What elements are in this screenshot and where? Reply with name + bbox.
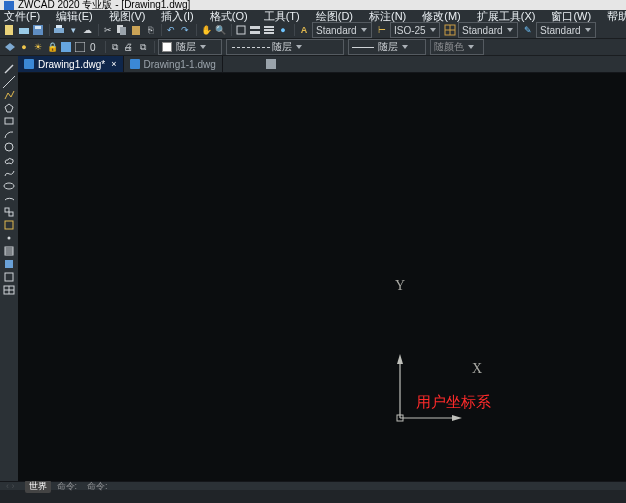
menu-edit[interactable]: 编辑(E) — [56, 10, 93, 22]
lock-icon[interactable]: 🔒 — [46, 41, 58, 53]
mleaderstyle-icon[interactable]: ✎ — [522, 24, 534, 36]
table-icon[interactable] — [2, 283, 16, 296]
plotstyle-combo[interactable]: 随颜色 — [430, 39, 484, 55]
svg-rect-13 — [264, 29, 274, 31]
layercolor-icon[interactable] — [60, 41, 72, 53]
drawing-canvas[interactable]: Y X 用户坐标系 — [18, 73, 626, 481]
open-icon[interactable] — [18, 24, 30, 36]
hatch-icon[interactable] — [2, 244, 16, 257]
close-icon[interactable]: × — [111, 59, 116, 69]
layermore2-icon[interactable]: ⧉ — [137, 41, 149, 53]
redo-icon[interactable]: ↷ — [179, 24, 191, 36]
menu-view[interactable]: 视图(V) — [109, 10, 146, 22]
mleaderstyle-combo[interactable]: Standard — [536, 22, 596, 38]
layerprops-icon[interactable] — [249, 24, 261, 36]
layeriso-icon[interactable] — [235, 24, 247, 36]
zoom-icon[interactable]: 🔍 — [214, 24, 226, 36]
svg-marker-43 — [452, 415, 462, 421]
plotpreview-icon[interactable]: ▾ — [67, 24, 79, 36]
matchprop-icon[interactable]: ⎘ — [144, 24, 156, 36]
copy-icon[interactable] — [116, 24, 128, 36]
tab-drawing1-1[interactable]: Drawing1-1.dwg — [124, 56, 223, 72]
menu-express[interactable]: 扩展工具(X) — [477, 10, 536, 22]
line-icon[interactable] — [2, 62, 16, 75]
layermgr-icon[interactable] — [4, 41, 16, 53]
tablestyle-combo[interactable]: Standard — [458, 22, 518, 38]
rectangle-icon[interactable] — [2, 114, 16, 127]
plus-icon — [266, 59, 276, 69]
app-icon — [4, 1, 14, 10]
svg-rect-27 — [5, 208, 9, 212]
doc-icon — [24, 59, 34, 69]
status-world[interactable]: 世界 — [25, 480, 51, 493]
svg-point-30 — [8, 236, 11, 239]
svg-rect-1 — [19, 28, 29, 34]
arc-icon[interactable] — [2, 127, 16, 140]
bulb-on-icon[interactable]: ● — [18, 41, 30, 53]
mleaderstyle-value: Standard — [540, 25, 581, 36]
pan-icon[interactable]: ✋ — [200, 24, 212, 36]
menu-tools[interactable]: 工具(T) — [264, 10, 300, 22]
ucs-y-label: Y — [395, 278, 405, 294]
plot-icon[interactable] — [53, 24, 65, 36]
lineweight-combo[interactable]: 随层 — [348, 39, 426, 55]
tablestyle-icon[interactable] — [444, 24, 456, 36]
svg-rect-9 — [237, 26, 245, 34]
dimstyle-icon[interactable]: ⊢ — [376, 24, 388, 36]
ellipse-icon[interactable] — [2, 179, 16, 192]
menu-window[interactable]: 窗口(W) — [551, 10, 591, 22]
layer-combo[interactable]: 随层 — [158, 39, 222, 55]
layerlist-icon[interactable] — [263, 24, 275, 36]
save-icon[interactable] — [32, 24, 44, 36]
textstyle-combo[interactable]: Standard — [312, 22, 372, 38]
insert-icon[interactable] — [2, 205, 16, 218]
new-icon[interactable] — [4, 24, 16, 36]
layerplot-icon[interactable] — [74, 41, 86, 53]
layerprint-icon[interactable]: 🖨 — [123, 41, 135, 53]
svg-rect-35 — [5, 260, 13, 268]
svg-rect-11 — [250, 31, 260, 34]
annotation-text: 用户坐标系 — [416, 393, 491, 412]
polyline-icon[interactable] — [2, 88, 16, 101]
menu-help[interactable]: 帮助(H) — [607, 10, 626, 22]
spline-icon[interactable] — [2, 166, 16, 179]
polygon-icon[interactable] — [2, 101, 16, 114]
paste-icon[interactable] — [130, 24, 142, 36]
layerprev-icon[interactable]: ⧉ — [109, 41, 121, 53]
menu-format[interactable]: 格式(O) — [210, 10, 248, 22]
sun-icon[interactable]: ☀ — [32, 41, 44, 53]
menu-dim[interactable]: 标注(N) — [369, 10, 406, 22]
textstyle-icon[interactable]: A — [298, 24, 310, 36]
region-icon[interactable] — [2, 270, 16, 283]
menu-draw[interactable]: 绘图(D) — [316, 10, 353, 22]
new-tab-button[interactable] — [263, 56, 279, 72]
gradient-icon[interactable] — [2, 257, 16, 270]
tab-label-1: Drawing1-1.dwg — [144, 59, 216, 70]
circle-icon[interactable] — [2, 140, 16, 153]
linetype-combo[interactable]: 随层 — [226, 39, 344, 55]
svg-rect-19 — [61, 42, 71, 52]
block-icon[interactable] — [2, 218, 16, 231]
undo-icon[interactable]: ↶ — [165, 24, 177, 36]
linetype-dash-icon — [232, 47, 270, 48]
xline-icon[interactable] — [2, 75, 16, 88]
svg-rect-24 — [5, 118, 13, 124]
svg-rect-20 — [75, 42, 85, 52]
svg-rect-3 — [35, 26, 41, 29]
menu-file[interactable]: 文件(F) — [4, 10, 40, 22]
layer-color-chip — [162, 42, 172, 52]
dimstyle-combo[interactable]: ISO-25 — [390, 22, 440, 38]
tab-drawing1[interactable]: Drawing1.dwg* × — [18, 56, 124, 72]
revcloud-icon[interactable] — [2, 153, 16, 166]
linetype-value: 随层 — [272, 40, 292, 54]
menu-insert[interactable]: 插入(I) — [161, 10, 193, 22]
point-icon[interactable] — [2, 231, 16, 244]
menu-modify[interactable]: 修改(M) — [422, 10, 461, 22]
ellipsearc-icon[interactable] — [2, 192, 16, 205]
cloud-icon[interactable]: ☁ — [81, 24, 93, 36]
cut-icon[interactable]: ✂ — [102, 24, 114, 36]
svg-rect-29 — [5, 221, 13, 229]
lineweight-icon — [352, 47, 374, 48]
layermore-icon[interactable]: ● — [277, 24, 289, 36]
svg-line-22 — [3, 76, 15, 88]
